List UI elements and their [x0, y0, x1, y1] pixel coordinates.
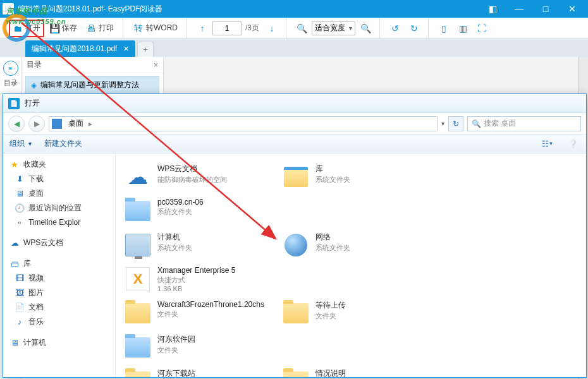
file-icon	[125, 300, 151, 327]
maximize-button[interactable]: □	[532, 1, 559, 16]
organize-button[interactable]: 组织▼	[9, 138, 33, 149]
new-folder-button[interactable]: 新建文件夹	[44, 138, 82, 149]
two-page-button[interactable]: ▥	[454, 20, 472, 37]
file-type: 能防御病毒破坏的空间	[157, 175, 273, 184]
single-page-button[interactable]: ▯	[435, 20, 453, 37]
refresh-button[interactable]: ↻	[448, 116, 463, 131]
file-icon: X	[125, 266, 151, 292]
file-name: pc0359.cn-06	[157, 198, 273, 207]
to-word-button[interactable]: 转转WORD	[130, 20, 181, 37]
rotate-ccw-button[interactable]: ↺	[386, 20, 404, 37]
file-item[interactable]: 等待上传文件夹	[278, 296, 436, 330]
new-tab-button[interactable]: ＋	[137, 42, 154, 57]
sidebar-timeline[interactable]: ▫Timeline Explor	[3, 215, 115, 229]
skin-button[interactable]: ◧	[479, 1, 506, 16]
sidebar-videos[interactable]: 🎞视频	[3, 271, 115, 286]
file-item[interactable]: 计算机系统文件夹	[119, 228, 278, 262]
sidebar-libraries[interactable]: 🗃库	[3, 256, 115, 271]
file-icon	[125, 232, 151, 258]
file-name: 情况说明	[315, 368, 431, 377]
prev-page-button[interactable]: ↑	[193, 20, 211, 37]
convert-icon: 转	[133, 23, 144, 33]
nav-back-button[interactable]: ◀	[8, 116, 25, 132]
sidebar-favorites[interactable]: ★收藏夹	[3, 157, 115, 172]
app-icon: 📄	[3, 3, 14, 15]
zoom-out-icon: 🔍	[297, 23, 307, 33]
file-icon	[283, 232, 309, 258]
zoom-in-button[interactable]: 🔍	[357, 20, 374, 37]
single-page-icon: ▯	[439, 23, 449, 33]
file-type: 文件夹	[157, 346, 273, 355]
zoom-in-icon: 🔍	[360, 23, 371, 33]
sidebar-desktop[interactable]: 🖥桌面	[3, 186, 115, 201]
file-name: 库	[315, 164, 431, 174]
sidebar-wps[interactable]: ☁WPS云文档	[3, 236, 115, 250]
zoom-out-button[interactable]: 🔍	[293, 20, 310, 37]
help-button[interactable]: ❔	[566, 137, 580, 151]
minimize-button[interactable]: —	[506, 1, 532, 16]
file-item[interactable]: 情况说明文件夹	[278, 364, 436, 377]
save-icon: 💾	[49, 23, 59, 33]
dialog-titlebar: 📄 打开	[3, 94, 586, 113]
rotate-cw-button[interactable]: ↻	[405, 20, 423, 37]
bookmark-icon: ◈	[31, 81, 37, 90]
close-button[interactable]: ✕	[559, 1, 585, 16]
tab-label: 编辑常见问题2018.01.pdf	[32, 44, 117, 54]
file-item[interactable]: ☁WPS云文档能防御病毒破坏的空间	[119, 160, 278, 194]
music-icon: ♪	[15, 317, 25, 327]
zoom-mode-select[interactable]: 适合宽度▾	[312, 21, 355, 35]
breadcrumb-dropdown-icon[interactable]: ▾	[441, 120, 444, 127]
outline-icon: ≡	[3, 61, 18, 76]
next-page-button[interactable]: ↓	[263, 20, 281, 37]
recent-icon: 🕘	[15, 203, 25, 214]
fullscreen-button[interactable]: ⛶	[473, 20, 491, 37]
file-item[interactable]: 网络系统文件夹	[278, 228, 436, 262]
file-name: Xmanager Enterprise 5	[157, 266, 273, 275]
file-item[interactable]: pc0359.cn-06系统文件夹	[119, 194, 278, 228]
open-button[interactable]: 🖿打开	[9, 20, 44, 37]
file-item[interactable]: 河东下载站文件夹	[119, 364, 278, 377]
sidebar-pictures[interactable]: 🖼图片	[3, 286, 115, 300]
breadcrumb[interactable]: 桌面 ▸	[49, 116, 438, 131]
file-icon: ☁	[125, 164, 151, 190]
sidebar-documents[interactable]: 📄文档	[3, 300, 115, 315]
file-type: 系统文件夹	[157, 207, 273, 217]
file-icon	[125, 198, 151, 224]
dialog-icon: 📄	[8, 98, 20, 109]
print-button[interactable]: 🖶打印	[82, 20, 118, 37]
outline-item[interactable]: ◈ 编辑常见问题与更新调整方法	[25, 76, 159, 94]
rotate-ccw-icon: ↺	[390, 23, 400, 33]
outline-close-icon[interactable]: ×	[154, 61, 158, 69]
dialog-toolbar: 组织▼ 新建文件夹 ☷ ▼ ❔	[3, 135, 586, 153]
nav-forward-button[interactable]: ▶	[28, 116, 45, 132]
open-icon: 🖿	[13, 23, 23, 33]
file-item[interactable]: XXmanager Enterprise 5快捷方式1.36 KB	[119, 262, 278, 296]
file-item[interactable]: Warcraft3FrozenThrone1.20chs文件夹	[119, 296, 278, 330]
picture-icon: 🖼	[15, 288, 25, 298]
file-item[interactable]: 河东软件园文件夹	[119, 330, 278, 364]
save-button[interactable]: 💾保存	[46, 20, 81, 37]
document-tab[interactable]: 编辑常见问题2018.01.pdf ✕	[25, 40, 135, 57]
search-input[interactable]: 🔍 搜索 桌面	[467, 116, 581, 131]
sidebar-downloads[interactable]: ⬇下载	[3, 172, 115, 186]
window-title: 编辑常见问题2018.01.pdf- EasyPDF阅读器	[18, 4, 479, 15]
page-input[interactable]	[212, 21, 242, 35]
computer-icon: 🖥	[9, 338, 20, 348]
sidebar-computer[interactable]: 🖥计算机	[3, 335, 115, 350]
chevron-right-icon: ▸	[89, 119, 92, 128]
file-size: 1.36 KB	[157, 285, 273, 292]
arrow-up-icon: ↑	[197, 23, 207, 33]
library-icon: 🗃	[9, 259, 20, 269]
main-toolbar: 🖿打开 💾保存 🖶打印 转转WORD ↑ /3页 ↓ 🔍 适合宽度▾ 🔍 ↺ ↻…	[0, 18, 588, 39]
view-button[interactable]: ☷ ▼	[541, 137, 554, 151]
sidebar-music[interactable]: ♪音乐	[3, 315, 115, 329]
file-name: 河东软件园	[157, 334, 273, 345]
breadcrumb-desktop[interactable]: 桌面	[66, 118, 86, 129]
file-name: Warcraft3FrozenThrone1.20chs	[157, 300, 273, 309]
file-item[interactable]: 库系统文件夹	[278, 160, 436, 194]
file-type: 系统文件夹	[157, 243, 273, 253]
sidebar-recent[interactable]: 🕘最近访问的位置	[3, 201, 115, 215]
tab-close-icon[interactable]: ✕	[123, 45, 129, 53]
arrow-down-icon: ↓	[267, 23, 277, 33]
desktop-icon: 🖥	[15, 189, 25, 199]
